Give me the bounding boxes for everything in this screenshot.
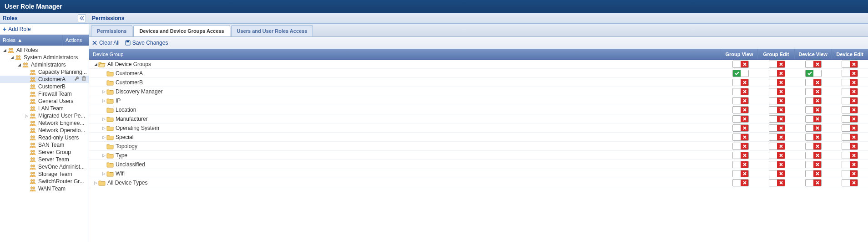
permission-toggle[interactable] bbox=[805, 179, 822, 186]
grid-row[interactable]: ▷Manufacturer bbox=[89, 114, 868, 124]
tree-arrow-icon[interactable]: ▷ bbox=[101, 98, 106, 103]
role-tree-node[interactable]: LAN Team bbox=[0, 105, 89, 112]
permission-toggle[interactable] bbox=[769, 124, 785, 132]
grid-row[interactable]: ▷IP bbox=[89, 96, 868, 105]
permission-toggle[interactable] bbox=[732, 134, 749, 141]
permission-toggle[interactable] bbox=[842, 179, 858, 186]
grid-row[interactable]: ▷Discovery Manager bbox=[89, 87, 868, 96]
grid-row[interactable]: Topology bbox=[89, 142, 868, 151]
permission-toggle[interactable] bbox=[842, 106, 858, 113]
permission-toggle[interactable] bbox=[732, 124, 749, 132]
clear-all-button[interactable]: Clear All bbox=[92, 40, 120, 46]
grid-col-perm[interactable]: Group View bbox=[721, 49, 757, 59]
permission-toggle[interactable] bbox=[842, 143, 858, 150]
role-tree-node[interactable]: WAN Team bbox=[0, 185, 89, 192]
tree-arrow-icon[interactable]: ▷ bbox=[101, 153, 106, 158]
grid-row[interactable]: ▷Type bbox=[89, 151, 868, 160]
grid-col-perm[interactable]: Group Edit bbox=[757, 49, 794, 59]
permission-toggle[interactable] bbox=[769, 152, 785, 159]
permission-toggle[interactable] bbox=[842, 79, 858, 86]
tree-arrow-icon[interactable]: ▷ bbox=[24, 112, 29, 119]
tree-arrow-icon[interactable]: ▷ bbox=[101, 89, 106, 94]
permission-toggle[interactable] bbox=[805, 97, 822, 104]
role-tree-node[interactable]: Capacity Planning... bbox=[0, 68, 89, 76]
permission-toggle[interactable] bbox=[732, 88, 749, 95]
permission-toggle[interactable] bbox=[842, 97, 858, 104]
permission-toggle[interactable] bbox=[805, 70, 822, 77]
permission-toggle[interactable] bbox=[842, 88, 858, 95]
permission-toggle[interactable] bbox=[842, 115, 858, 123]
permission-toggle[interactable] bbox=[805, 170, 822, 177]
permission-toggle[interactable] bbox=[805, 61, 822, 68]
grid-col-perm[interactable]: Device Edit bbox=[831, 49, 868, 59]
tree-arrow-icon[interactable]: ◢ bbox=[9, 54, 15, 61]
grid-row[interactable]: ▷Special bbox=[89, 133, 868, 142]
role-tree-node[interactable]: CustomerA bbox=[0, 76, 89, 83]
permission-toggle[interactable] bbox=[842, 170, 858, 177]
permission-toggle[interactable] bbox=[732, 179, 749, 186]
permission-toggle[interactable] bbox=[769, 97, 785, 104]
tree-arrow-icon[interactable]: ▷ bbox=[101, 171, 106, 176]
permission-toggle[interactable] bbox=[842, 61, 858, 68]
role-tree-node[interactable]: ◢System Administrators bbox=[0, 54, 89, 61]
role-tree-node[interactable]: Server Group bbox=[0, 149, 89, 156]
grid-row[interactable]: ◢All Device Groups bbox=[89, 60, 868, 69]
edit-role-button[interactable] bbox=[74, 76, 80, 83]
role-tree-node[interactable]: General Users bbox=[0, 98, 89, 105]
permission-toggle[interactable] bbox=[805, 134, 822, 141]
permission-toggle[interactable] bbox=[842, 70, 858, 77]
permission-toggle[interactable] bbox=[732, 143, 749, 150]
role-tree-node[interactable]: Firewall Team bbox=[0, 90, 89, 98]
permission-toggle[interactable] bbox=[769, 134, 785, 141]
permission-toggle[interactable] bbox=[769, 179, 785, 186]
permission-toggle[interactable] bbox=[732, 106, 749, 113]
grid-col-perm[interactable]: Device View bbox=[794, 49, 831, 59]
grid-row[interactable]: Unclassified bbox=[89, 160, 868, 169]
tree-arrow-icon[interactable]: ◢ bbox=[2, 46, 7, 54]
permission-toggle[interactable] bbox=[769, 106, 785, 113]
role-tree-node[interactable]: Server Team bbox=[0, 156, 89, 163]
permission-toggle[interactable] bbox=[805, 106, 822, 113]
permission-toggle[interactable] bbox=[805, 152, 822, 159]
tab[interactable]: Devices and Device Groups Access bbox=[133, 25, 230, 36]
permission-toggle[interactable] bbox=[732, 152, 749, 159]
permission-toggle[interactable] bbox=[805, 143, 822, 150]
tab[interactable]: Users and User Roles Access bbox=[231, 25, 313, 36]
tree-arrow-icon[interactable]: ▷ bbox=[101, 126, 106, 130]
roles-column-header[interactable]: Roles ▲ bbox=[0, 35, 62, 45]
permission-toggle[interactable] bbox=[769, 115, 785, 123]
role-tree-node[interactable]: Storage Team bbox=[0, 170, 89, 178]
role-tree-node[interactable]: Network Enginee... bbox=[0, 119, 89, 127]
permission-toggle[interactable] bbox=[769, 161, 785, 168]
grid-row[interactable]: CustomerA bbox=[89, 69, 868, 78]
permission-toggle[interactable] bbox=[842, 134, 858, 141]
role-tree-node[interactable]: ◢All Roles bbox=[0, 46, 89, 54]
permission-toggle[interactable] bbox=[805, 124, 822, 132]
tree-arrow-icon[interactable]: ◢ bbox=[16, 61, 22, 68]
role-tree-node[interactable]: ▷Migrated User Pe... bbox=[0, 112, 89, 119]
tree-arrow-icon[interactable]: ▷ bbox=[93, 180, 98, 185]
permission-toggle[interactable] bbox=[842, 124, 858, 132]
role-tree-node[interactable]: Switch\Router Gr... bbox=[0, 178, 89, 185]
permission-toggle[interactable] bbox=[732, 97, 749, 104]
save-changes-button[interactable]: Save Changes bbox=[125, 40, 168, 46]
collapse-sidebar-button[interactable] bbox=[78, 14, 86, 22]
permission-toggle[interactable] bbox=[769, 88, 785, 95]
permission-toggle[interactable] bbox=[769, 143, 785, 150]
permission-toggle[interactable] bbox=[732, 115, 749, 123]
role-tree-node[interactable]: SevOne Administ... bbox=[0, 163, 89, 170]
role-tree-node[interactable]: CustomerB bbox=[0, 83, 89, 90]
tree-arrow-icon[interactable]: ▷ bbox=[101, 135, 106, 139]
permission-toggle[interactable] bbox=[805, 88, 822, 95]
add-role-button[interactable]: + Add Role bbox=[0, 24, 89, 35]
role-tree-node[interactable]: Network Operatio... bbox=[0, 127, 89, 134]
grid-row[interactable]: Location bbox=[89, 105, 868, 114]
grid-row[interactable]: ▷Operating System bbox=[89, 124, 868, 133]
permission-toggle[interactable] bbox=[769, 61, 785, 68]
permission-toggle[interactable] bbox=[732, 170, 749, 177]
tree-arrow-icon[interactable]: ▷ bbox=[101, 117, 106, 121]
grid-row[interactable]: ▷Wifi bbox=[89, 169, 868, 178]
permission-toggle[interactable] bbox=[842, 152, 858, 159]
permission-toggle[interactable] bbox=[732, 161, 749, 168]
grid-row[interactable]: CustomerB bbox=[89, 78, 868, 87]
